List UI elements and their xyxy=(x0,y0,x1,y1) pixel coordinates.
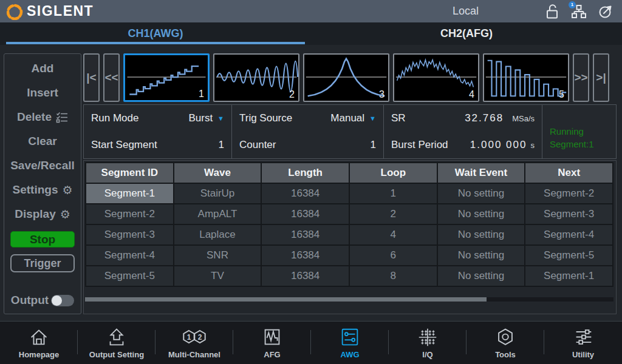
cell-wave[interactable]: AmpALT xyxy=(174,204,262,224)
running-status-line2: Segment:1 xyxy=(550,138,609,150)
cell-length[interactable]: 16384 xyxy=(261,266,349,286)
run-mode-field[interactable]: Run Mode Burst ▼ xyxy=(91,109,224,127)
cell-loop[interactable]: 1 xyxy=(349,183,437,204)
save-recall-label: Save/Recall xyxy=(10,159,75,172)
cell-wave[interactable]: Laplace xyxy=(174,224,262,245)
cell-wait-event[interactable]: No setting xyxy=(437,266,525,286)
stairup-waveform-icon xyxy=(125,55,208,100)
cell-loop[interactable]: 2 xyxy=(349,204,437,224)
cell-wait-event[interactable]: No setting xyxy=(437,183,525,204)
nav-output-setting[interactable]: Output Setting xyxy=(78,322,156,364)
add-button[interactable]: Add xyxy=(4,56,81,81)
segment-thumb-number: 5 xyxy=(559,89,564,100)
home-icon xyxy=(27,326,50,348)
cell-segment-id[interactable]: Segment-4 xyxy=(86,245,174,266)
table-row[interactable]: Segment-3 Laplace 16384 4 No setting Seg… xyxy=(86,224,613,245)
cell-segment-id[interactable]: Segment-5 xyxy=(86,266,174,286)
compass-arrow-icon[interactable] xyxy=(598,3,613,20)
tab-ch2-label: CH2(AFG) xyxy=(440,27,493,40)
nav-utility[interactable]: Utility xyxy=(544,322,622,364)
ampalt-waveform-icon xyxy=(214,55,298,101)
cell-segment-id[interactable]: Segment-3 xyxy=(86,224,174,245)
cell-segment-id[interactable]: Segment-2 xyxy=(86,204,174,224)
cell-wave[interactable]: TV xyxy=(174,266,262,286)
cell-segment-id[interactable]: Segment-1 xyxy=(86,183,174,204)
segment-thumb-2[interactable]: 2 xyxy=(213,53,299,102)
tab-ch2-afg[interactable]: CH2(AFG) xyxy=(311,22,622,45)
display-button[interactable]: Display ⚙ xyxy=(4,202,81,226)
tab-ch1-awg[interactable]: CH1(AWG) xyxy=(0,22,311,45)
table-row[interactable]: Segment-2 AmpALT 16384 2 No setting Segm… xyxy=(86,204,613,224)
cell-wait-event[interactable]: No setting xyxy=(437,245,525,266)
prev-segment-button[interactable]: << xyxy=(103,53,120,102)
cell-loop[interactable]: 8 xyxy=(349,266,437,286)
nav-afg[interactable]: AFG xyxy=(233,322,311,364)
segment-table-panel: Segment ID Wave Length Loop Wait Event N… xyxy=(83,160,617,314)
cell-length[interactable]: 16384 xyxy=(261,204,349,224)
segment-thumb-number: 2 xyxy=(289,89,295,100)
cell-length[interactable]: 16384 xyxy=(261,245,349,266)
settings-button[interactable]: Settings ⚙ xyxy=(4,178,81,202)
cell-wave[interactable]: SNR xyxy=(174,245,262,266)
nav-label: AWG xyxy=(340,350,359,359)
scrollbar-thumb[interactable] xyxy=(85,297,487,302)
cell-next[interactable]: Segment-5 xyxy=(525,245,613,266)
cell-wait-event[interactable]: No setting xyxy=(437,204,525,224)
next-segment-button[interactable]: >> xyxy=(573,53,589,102)
delete-label: Delete xyxy=(17,110,52,124)
trig-source-field[interactable]: Trig Source Manual ▼ xyxy=(239,109,376,127)
siglent-logo: SIGLENT xyxy=(6,3,94,20)
utility-icon xyxy=(572,326,595,348)
nav-tools[interactable]: Tools xyxy=(466,322,544,364)
channel-1-digit: 1 xyxy=(187,333,191,342)
segment-thumb-5[interactable]: 5 xyxy=(483,53,569,102)
burst-period-field[interactable]: Burst Period 1.000 000 s xyxy=(391,136,535,154)
table-row[interactable]: Segment-4 SNR 16384 6 No setting Segment… xyxy=(86,245,613,266)
lan-badge: 1 xyxy=(569,1,576,8)
nav-homepage[interactable]: Homepage xyxy=(0,322,78,364)
stop-button[interactable]: Stop xyxy=(10,231,75,248)
segment-thumb-1[interactable]: 1 xyxy=(123,53,210,102)
segment-thumb-number: 3 xyxy=(379,89,384,100)
cell-length[interactable]: 16384 xyxy=(261,224,349,245)
start-segment-field[interactable]: Start Segment 1 xyxy=(91,136,224,154)
output-toggle[interactable] xyxy=(51,295,74,306)
trig-source-value: Manual xyxy=(330,112,364,124)
cell-wave[interactable]: StairUp xyxy=(174,183,262,204)
counter-field[interactable]: Counter 1 xyxy=(239,136,376,154)
nav-label: Output Setting xyxy=(89,350,144,359)
delete-button[interactable]: Delete xyxy=(4,105,81,129)
segment-thumb-4[interactable]: 4 xyxy=(393,53,479,102)
insert-button[interactable]: Insert xyxy=(4,81,81,105)
nav-label: I/Q xyxy=(422,350,432,359)
cell-next[interactable]: Segment-3 xyxy=(525,204,613,224)
sample-rate-label: SR xyxy=(391,112,406,124)
nav-label: Multi-Channel xyxy=(168,350,220,359)
output-label: Output xyxy=(11,294,49,307)
segment-table: Segment ID Wave Length Loop Wait Event N… xyxy=(85,162,613,287)
nav-multi-channel[interactable]: 1 2 Multi-Channel xyxy=(156,322,233,364)
cell-length[interactable]: 16384 xyxy=(261,183,349,204)
table-row[interactable]: Segment-1 StairUp 16384 1 No setting Seg… xyxy=(86,183,613,204)
last-segment-button[interactable]: >| xyxy=(593,53,609,102)
first-segment-button[interactable]: |< xyxy=(83,53,100,102)
cell-next[interactable]: Segment-1 xyxy=(525,266,613,286)
cell-loop[interactable]: 4 xyxy=(349,224,437,245)
cell-next[interactable]: Segment-4 xyxy=(525,224,613,245)
table-row[interactable]: Segment-5 TV 16384 8 No setting Segment-… xyxy=(86,266,613,286)
sample-rate-field[interactable]: SR 32.768 MSa/s xyxy=(391,109,535,127)
insert-label: Insert xyxy=(27,86,58,99)
tab-active-underline xyxy=(6,42,305,44)
cell-next[interactable]: Segment-2 xyxy=(525,183,613,204)
clear-button[interactable]: Clear xyxy=(4,129,81,153)
lan-icon[interactable]: 1 xyxy=(571,3,587,20)
unlock-icon[interactable] xyxy=(544,3,560,20)
trigger-button[interactable]: Trigger xyxy=(10,254,75,272)
cell-loop[interactable]: 6 xyxy=(349,245,437,266)
save-recall-button[interactable]: Save/Recall xyxy=(4,153,81,178)
cell-wait-event[interactable]: No setting xyxy=(437,224,525,245)
segment-thumb-3[interactable]: 3 xyxy=(303,53,389,102)
main-area: Add Insert Delete Clear Save/Recall Set xyxy=(0,45,622,321)
nav-awg[interactable]: AWG xyxy=(311,322,389,364)
nav-iq[interactable]: I/Q xyxy=(389,322,466,364)
